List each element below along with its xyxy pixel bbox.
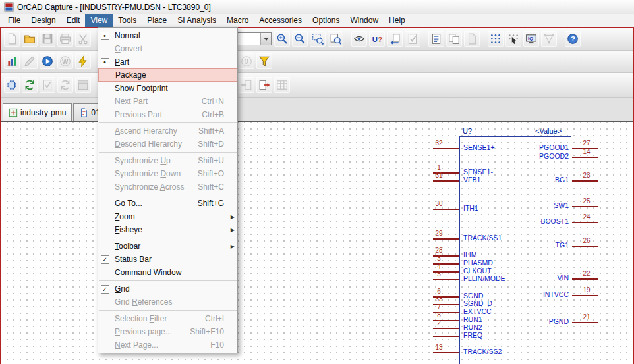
menu-item-ascend-hierarchy[interactable]: Ascend HierarchyShift+A: [98, 124, 237, 138]
pin-name-pgood2[interactable]: PGOOD2: [492, 152, 569, 160]
menu-item-toolbar[interactable]: Toolbar▶: [98, 240, 237, 253]
pin-name-pgnd[interactable]: PGND: [492, 317, 569, 325]
design-rules-check-button[interactable]: [405, 31, 420, 47]
menu-item-status-bar[interactable]: ✓Status Bar: [98, 253, 237, 266]
zoom-in-button[interactable]: [274, 31, 290, 47]
pin-stub-pgnd[interactable]: [572, 322, 598, 323]
pin-name-sense1[interactable]: SENSE1-: [463, 168, 493, 176]
pin-name-ilim[interactable]: ILIM: [463, 251, 476, 259]
menu-item-previous-page[interactable]: Previous page...Shift+F10: [98, 325, 237, 338]
pin-name-sense1[interactable]: SENSE1+: [463, 143, 495, 151]
design-sync-button[interactable]: [22, 77, 38, 93]
pin-name-run2[interactable]: RUN2: [463, 323, 482, 331]
menubar-item-view[interactable]: View: [85, 14, 113, 27]
pin-stub-ith1[interactable]: [433, 209, 459, 210]
area-select-button[interactable]: [505, 31, 521, 47]
menubar-item-help[interactable]: Help: [384, 14, 411, 27]
pin-name-run1[interactable]: RUN1: [463, 315, 482, 323]
part-value[interactable]: <Value>: [535, 127, 562, 135]
annotate-button[interactable]: U?: [369, 31, 385, 47]
report-table-button[interactable]: [274, 77, 290, 93]
pin-stub-track-ss1[interactable]: [433, 238, 459, 240]
menu-item-grid[interactable]: ✓Grid: [98, 282, 237, 296]
menubar-item-file[interactable]: File: [3, 14, 26, 27]
menubar-item-design[interactable]: Design: [26, 14, 61, 27]
pin-name-extvcc[interactable]: EXTVCC: [463, 307, 492, 315]
pin-stub-tg1[interactable]: [572, 246, 598, 247]
pin-stub-freq[interactable]: [433, 336, 459, 337]
pin-name-pgood1[interactable]: PGOOD1: [492, 143, 569, 151]
snap-to-grid-button[interactable]: [488, 31, 504, 47]
menu-item-go-to[interactable]: Go To...Shift+G: [98, 197, 237, 210]
run-simulation-button[interactable]: [40, 53, 55, 69]
new-document-button[interactable]: [4, 31, 20, 47]
bias-point-display-button[interactable]: [75, 53, 91, 69]
open-document-button[interactable]: [22, 31, 38, 47]
pause-simulation-button[interactable]: W: [57, 53, 73, 69]
pin-stub-bg1[interactable]: [572, 180, 598, 182]
menubar-item-options[interactable]: Options: [307, 14, 345, 27]
pin-name-sw1[interactable]: SW1: [492, 201, 569, 209]
pin-stub-pgood2[interactable]: [572, 157, 598, 158]
check-design-button[interactable]: [40, 77, 55, 93]
zoom-out-button[interactable]: [292, 31, 308, 47]
part-manager-button[interactable]: [4, 77, 20, 93]
combobox-dropdown-arrow[interactable]: [260, 33, 271, 45]
pin-name-bg1[interactable]: BG1: [492, 176, 569, 184]
signal-probe-button[interactable]: IQ: [523, 31, 539, 47]
back-annotate-button[interactable]: [387, 31, 403, 47]
menu-item-package[interactable]: Package: [98, 68, 237, 82]
selection-filter-button[interactable]: [256, 53, 272, 69]
menu-item-synchronize-up[interactable]: Synchronize UpShift+U: [98, 154, 237, 167]
update-cache-button[interactable]: [57, 77, 73, 93]
pin-name-vfb1[interactable]: VFB1: [463, 176, 480, 184]
part-reference[interactable]: U?: [463, 127, 472, 135]
net-group-button[interactable]: [541, 31, 557, 47]
menu-item-selection-filter[interactable]: Selection FilterCtrl+I: [98, 312, 237, 325]
pin-name-freq[interactable]: FREQ: [463, 331, 482, 339]
menu-item-grid-references[interactable]: Grid References: [98, 296, 237, 309]
waveform-viewer-button[interactable]: [4, 53, 20, 69]
pin-name-sgnd-d[interactable]: SGND_D: [463, 299, 492, 307]
archive-design-button[interactable]: [75, 77, 91, 93]
pin-stub-track-ss2[interactable]: [433, 352, 459, 353]
pin-name-track-ss2[interactable]: TRACK/SS2: [463, 348, 502, 355]
import-design-button[interactable]: [239, 77, 254, 93]
pin-name-tg1[interactable]: TG1: [492, 241, 569, 249]
pin-stub-sense1[interactable]: [433, 148, 459, 149]
pin-name-vin[interactable]: VIN: [492, 274, 569, 282]
pin-name-intvcc[interactable]: INTVCC: [492, 290, 569, 298]
menubar-item-tools[interactable]: Tools: [113, 14, 142, 27]
menu-item-next-part[interactable]: Next PartCtrl+N: [98, 95, 237, 108]
fisheye-view-button[interactable]: [351, 31, 367, 47]
cut-button[interactable]: [75, 31, 91, 47]
menubar-item-edit[interactable]: Edit: [61, 14, 86, 27]
menu-item-command-window[interactable]: Command Window: [98, 266, 237, 279]
export-design-button[interactable]: [256, 77, 272, 93]
menu-item-synchronize-across[interactable]: Synchronize AcrossShift+C: [98, 180, 237, 194]
power-display-button[interactable]: 0: [239, 53, 254, 69]
menu-item-part[interactable]: •Part: [98, 55, 237, 68]
pin-stub-vin[interactable]: [572, 278, 598, 280]
menu-item-zoom[interactable]: Zoom▶: [98, 210, 237, 223]
menu-item-next-page[interactable]: Next Page...F10: [98, 338, 237, 351]
menubar-item-place[interactable]: Place: [142, 14, 172, 27]
pin-name-phasmd[interactable]: PHASMD: [463, 259, 493, 267]
menubar-item-accessories[interactable]: Accessories: [254, 14, 307, 27]
pin-stub-intvcc[interactable]: [572, 295, 598, 296]
menu-item-show-footprint[interactable]: Show Footprint: [98, 82, 237, 95]
pin-stub-pllin-mode[interactable]: [433, 279, 459, 280]
pin-name-clkout[interactable]: CLKOUT: [463, 267, 492, 274]
edit-simulation-profile-button[interactable]: [22, 53, 38, 69]
menubar-item-window[interactable]: Window: [345, 14, 384, 27]
pin-name-ith1[interactable]: ITH1: [463, 204, 478, 212]
menu-item-fisheye[interactable]: Fisheye▶: [98, 223, 237, 236]
help-button[interactable]: ?: [565, 31, 581, 47]
menu-item-descend-hierarchy[interactable]: Descend HierarchyShift+D: [98, 138, 237, 151]
pin-stub-boost1[interactable]: [572, 222, 598, 223]
schematic-canvas[interactable]: U?<Value>32SENSE1+1SENSE1-31VFB130ITH129…: [1, 122, 633, 364]
print-button[interactable]: [57, 31, 73, 47]
save-document-button[interactable]: [40, 31, 55, 47]
menu-item-normal[interactable]: •Normal: [98, 29, 237, 42]
zoom-area-button[interactable]: [310, 31, 326, 47]
